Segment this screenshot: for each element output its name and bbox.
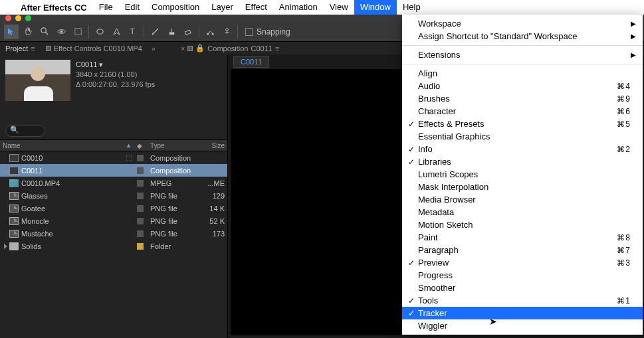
window-menu-tracker[interactable]: ✓Tracker: [402, 307, 643, 319]
snapping-checkbox[interactable]: [245, 28, 253, 36]
effect-controls-tab[interactable]: Effect Controls C0010.MP4: [41, 42, 148, 54]
menu-effect[interactable]: Effect: [239, 0, 273, 15]
png-icon: [9, 217, 19, 225]
project-row-c0010-mp4[interactable]: C0010.MP4MPEG...ME: [0, 177, 227, 189]
window-menu-paragraph[interactable]: Paragraph⌘7: [402, 244, 643, 256]
svg-point-10: [207, 33, 209, 35]
app-name: After Effects CC: [15, 3, 93, 13]
project-panel: C0011 ▾ 3840 x 2160 (1.00) Δ 0:00:27:00,…: [0, 54, 227, 338]
window-menu-effects-presets[interactable]: ✓Effects & Presets⌘5: [402, 118, 643, 130]
svg-rect-7: [169, 32, 174, 35]
window-menu-paint[interactable]: Paint⌘8: [402, 231, 643, 244]
svg-rect-4: [74, 29, 80, 35]
svg-point-11: [211, 33, 213, 35]
close-button[interactable]: [5, 15, 11, 21]
comp-icon: [9, 154, 19, 162]
maximize-button[interactable]: [25, 15, 31, 21]
project-row-mustache[interactable]: MustachePNG file173: [0, 227, 227, 240]
project-table-header: Name▲ ◆ Type Size: [0, 139, 227, 151]
window-menu-info[interactable]: ✓Info⌘2: [402, 143, 643, 155]
window-menu-libraries[interactable]: ✓Libraries: [402, 155, 643, 168]
comp-thumbnail: [5, 60, 70, 101]
project-search-input[interactable]: 🔍: [5, 125, 45, 137]
menu-animation[interactable]: Animation: [273, 0, 324, 15]
mac-menubar: After Effects CC FileEditCompositionLaye…: [0, 0, 644, 15]
composition-panel-tab[interactable]: × 🔒 Composition C0011 ≡: [175, 42, 284, 54]
eraser-tool[interactable]: [181, 25, 195, 39]
lock-icon: 🔒: [195, 44, 205, 52]
svg-point-0: [41, 28, 46, 33]
window-menu-wiggler[interactable]: Wiggler: [402, 319, 643, 332]
comp-icon: [9, 167, 19, 175]
window-menu-media-browser[interactable]: Media Browser: [402, 193, 643, 206]
project-row-goatee[interactable]: GoateePNG file14 K: [0, 202, 227, 214]
svg-point-12: [225, 29, 228, 31]
project-row-c0010[interactable]: C0010⬚Composition: [0, 151, 227, 164]
window-menu-brushes[interactable]: Brushes⌘9: [402, 92, 643, 105]
mpeg-icon: [9, 179, 19, 187]
ellipse-tool[interactable]: [92, 25, 107, 39]
folder-icon: [9, 242, 19, 250]
window-menu-align[interactable]: Align: [402, 67, 643, 80]
menu-view[interactable]: View: [324, 0, 354, 15]
project-panel-tab[interactable]: Project≡: [0, 42, 41, 54]
selection-tool[interactable]: [4, 25, 19, 39]
snapping-label: Snapping: [257, 27, 290, 37]
type-tool[interactable]: T: [126, 25, 140, 39]
region-tool[interactable]: [70, 25, 85, 39]
window-menu-audio[interactable]: Audio⌘4: [402, 80, 643, 92]
panel-overflow[interactable]: »: [148, 44, 160, 52]
window-menu-essential-graphics[interactable]: Essential Graphics: [402, 130, 643, 143]
menu-edit[interactable]: Edit: [119, 0, 146, 15]
brush-tool[interactable]: [148, 25, 162, 39]
window-menu-progress[interactable]: Progress: [402, 269, 643, 282]
window-menu-dropdown: Workspace▶Assign Shortcut to "Standard" …: [402, 15, 643, 335]
window-menu-mask-interpolation[interactable]: Mask Interpolation: [402, 181, 643, 193]
menu-help[interactable]: Help: [397, 0, 427, 15]
svg-point-5: [96, 29, 102, 35]
comp-metadata: C0011 ▾ 3840 x 2160 (1.00) Δ 0:00:27:00,…: [76, 60, 155, 101]
project-row-solids[interactable]: SolidsFolder: [0, 240, 227, 252]
svg-text:T: T: [130, 27, 134, 35]
svg-rect-9: [185, 30, 191, 35]
png-icon: [9, 205, 19, 212]
clone-tool[interactable]: [164, 25, 179, 39]
roto-tool[interactable]: [203, 25, 217, 39]
col-name[interactable]: Name▲: [0, 140, 134, 151]
window-menu-workspace[interactable]: Workspace▶: [402, 17, 643, 30]
window-menu-smoother[interactable]: Smoother: [402, 282, 643, 294]
window-menu-lumetri-scopes[interactable]: Lumetri Scopes: [402, 168, 643, 181]
zoom-tool[interactable]: [37, 25, 52, 39]
window-menu-assign-shortcut-to-standard-workspace[interactable]: Assign Shortcut to "Standard" Workspace▶: [402, 30, 643, 42]
project-row-c0011[interactable]: C0011Composition: [0, 164, 227, 177]
menu-composition[interactable]: Composition: [146, 0, 205, 15]
pen-tool[interactable]: [109, 25, 124, 39]
col-type[interactable]: Type: [148, 140, 201, 151]
window-menu-preview[interactable]: ✓Preview⌘3: [402, 256, 643, 269]
hand-tool[interactable]: [21, 25, 35, 39]
window-menu-metadata[interactable]: Metadata: [402, 206, 643, 218]
window-menu-character[interactable]: Character⌘6: [402, 105, 643, 118]
col-tag[interactable]: ◆: [134, 140, 148, 151]
svg-point-3: [60, 31, 62, 33]
orbit-tool[interactable]: [54, 25, 68, 39]
project-row-glasses[interactable]: GlassesPNG file129: [0, 189, 227, 202]
col-size[interactable]: Size: [201, 140, 227, 151]
menu-file[interactable]: File: [93, 0, 119, 15]
window-menu-tools[interactable]: ✓Tools⌘1: [402, 294, 643, 307]
viewer-comp-tab[interactable]: C0011: [233, 56, 269, 68]
svg-line-1: [45, 32, 48, 35]
puppet-tool[interactable]: [219, 25, 234, 39]
menu-window[interactable]: Window: [354, 0, 397, 15]
window-menu-motion-sketch[interactable]: Motion Sketch: [402, 218, 643, 231]
window-menu-extensions[interactable]: Extensions▶: [402, 48, 643, 61]
png-icon: [9, 230, 19, 238]
menu-layer[interactable]: Layer: [205, 0, 239, 15]
png-icon: [9, 192, 19, 200]
project-row-monocle[interactable]: MonoclePNG file52 K: [0, 214, 227, 227]
minimize-button[interactable]: [15, 15, 21, 21]
